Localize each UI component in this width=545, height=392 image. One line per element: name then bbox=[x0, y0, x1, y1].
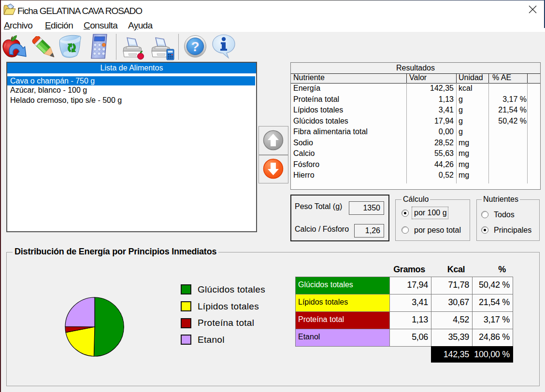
svg-text:?: ? bbox=[191, 39, 199, 54]
